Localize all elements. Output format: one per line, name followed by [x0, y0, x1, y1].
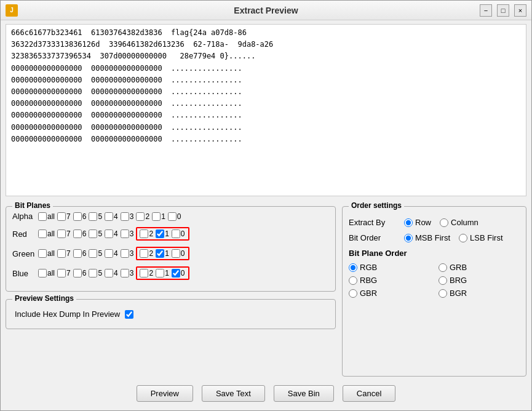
alpha-4-checkbox[interactable]	[105, 212, 113, 221]
alpha-2: 2	[136, 212, 150, 221]
include-hex-dump-checkbox[interactable]	[125, 310, 133, 319]
rgb-radio[interactable]	[349, 263, 357, 272]
red-6: 6	[73, 229, 87, 238]
blue-6-checkbox[interactable]	[73, 269, 82, 277]
green-6: 6	[73, 249, 87, 258]
preview-line: 0000000000000000 0000000000000000 ......…	[11, 63, 521, 74]
preview-line: 0000000000000000 0000000000000000 ......…	[11, 98, 521, 110]
red-6-checkbox[interactable]	[73, 229, 82, 238]
extract-by-row: Extract By Row Column	[349, 218, 520, 227]
green-6-checkbox[interactable]	[73, 249, 82, 258]
alpha-all-checkbox[interactable]	[38, 212, 47, 221]
lsb-first-radio[interactable]	[459, 234, 467, 242]
rbg-label: RBG	[360, 276, 377, 285]
red-0-checkbox[interactable]	[172, 229, 180, 238]
green-label: Green	[12, 249, 36, 258]
preview-settings-title: Preview Settings	[12, 294, 76, 303]
maximize-button[interactable]: □	[497, 4, 509, 17]
green-1-checkbox[interactable]	[156, 249, 164, 258]
extract-by-radio-group: Row Column	[404, 218, 478, 227]
gbr-radio[interactable]	[349, 289, 357, 298]
red-0: 0	[172, 229, 186, 238]
red-7-checkbox[interactable]	[57, 229, 66, 238]
bgr-label: BGR	[450, 289, 467, 298]
save-text-button[interactable]: Save Text	[202, 385, 265, 402]
green-3: 3	[121, 249, 135, 258]
alpha-5: 5	[89, 212, 103, 221]
close-button[interactable]: ×	[514, 4, 526, 17]
rbg-radio[interactable]	[349, 276, 357, 285]
preview-line: 666c61677b323461 61303764382d3836 flag{2…	[11, 27, 521, 39]
blue-7: 7	[57, 269, 71, 277]
brg-radio[interactable]	[439, 276, 447, 285]
green-0: 0	[172, 249, 186, 258]
blue-highlighted-section: 2 1 0	[136, 266, 189, 280]
green-1: 1	[156, 249, 170, 258]
red-1-checkbox[interactable]	[156, 229, 164, 238]
alpha-2-checkbox[interactable]	[136, 212, 145, 221]
bgr-radio[interactable]	[439, 289, 447, 298]
blue-label: Blue	[12, 269, 36, 278]
alpha-6-label: 6	[82, 212, 87, 221]
alpha-checkboxes: all 7 6 5	[38, 212, 182, 221]
green-4-checkbox[interactable]	[105, 249, 113, 258]
extract-by-column-radio[interactable]	[440, 218, 448, 227]
alpha-3-checkbox[interactable]	[121, 212, 129, 221]
green-all-checkbox[interactable]	[38, 249, 47, 258]
bit-planes-group: Bit Planes Alpha all 7	[6, 206, 336, 292]
include-hex-dump-label: Include Hex Dump In Preview	[15, 309, 120, 319]
red-3-checkbox[interactable]	[121, 229, 129, 238]
bit-planes-title: Bit Planes	[12, 201, 53, 210]
blue-all-checkbox[interactable]	[38, 269, 47, 277]
alpha-5-checkbox[interactable]	[89, 212, 97, 221]
green-2-label: 2	[149, 249, 153, 258]
red-all-checkbox[interactable]	[38, 229, 47, 238]
blue-3-checkbox[interactable]	[121, 269, 129, 277]
green-7-checkbox[interactable]	[57, 249, 66, 258]
blue-all-label: all	[47, 269, 55, 277]
preview-button[interactable]: Preview	[137, 385, 193, 402]
extract-by-row-radio[interactable]	[404, 218, 413, 227]
window-controls: − □ ×	[480, 4, 526, 17]
blue-0-checkbox[interactable]	[172, 269, 180, 277]
cancel-button[interactable]: Cancel	[343, 385, 395, 402]
brg-option: BRG	[439, 276, 520, 285]
alpha-7-checkbox[interactable]	[57, 212, 66, 221]
preview-area[interactable]: 666c61677b323461 61303764382d3836 flag{2…	[6, 24, 526, 196]
grb-radio[interactable]	[439, 263, 447, 272]
preview-line: 0000000000000000 0000000000000000 ......…	[11, 110, 521, 121]
red-4-checkbox[interactable]	[105, 229, 113, 238]
blue-2-checkbox[interactable]	[140, 269, 148, 277]
extract-by-column-label: Column	[451, 218, 478, 227]
title-bar: J Extract Preview − □ ×	[1, 1, 531, 20]
alpha-1-checkbox[interactable]	[152, 212, 161, 221]
blue-1-checkbox[interactable]	[156, 269, 164, 277]
blue-6-label: 6	[82, 269, 87, 277]
red-2-checkbox[interactable]	[140, 229, 148, 238]
alpha-all: all	[38, 212, 55, 221]
red-5-checkbox[interactable]	[89, 229, 97, 238]
blue-5-label: 5	[98, 269, 102, 277]
alpha-6-checkbox[interactable]	[73, 212, 82, 221]
msb-first-radio[interactable]	[404, 234, 413, 242]
preview-line: 36322d3733313836126d 3396461382d613236 6…	[11, 39, 521, 50]
green-3-checkbox[interactable]	[121, 249, 129, 258]
red-7: 7	[57, 229, 71, 238]
bit-order-label: Bit Order	[349, 233, 398, 242]
alpha-2-label: 2	[145, 212, 149, 221]
green-5-checkbox[interactable]	[89, 249, 97, 258]
blue-2: 2	[140, 269, 154, 277]
green-0-checkbox[interactable]	[172, 249, 180, 258]
main-window: J Extract Preview − □ × 666c61677b323461…	[0, 0, 532, 411]
blue-row: Blue all 7 6	[12, 266, 329, 280]
blue-7-checkbox[interactable]	[57, 269, 66, 277]
preview-line: 0000000000000000 0000000000000000 ......…	[11, 86, 521, 98]
alpha-0-checkbox[interactable]	[168, 212, 177, 221]
green-row: Green all 7 6	[12, 247, 329, 260]
green-2-checkbox[interactable]	[140, 249, 148, 258]
blue-5-checkbox[interactable]	[89, 269, 97, 277]
minimize-button[interactable]: −	[480, 4, 492, 17]
save-bin-button[interactable]: Save Bin	[274, 385, 334, 402]
blue-4-checkbox[interactable]	[105, 269, 113, 277]
preview-line: 0000000000000000 0000000000000000 ......…	[11, 122, 521, 134]
